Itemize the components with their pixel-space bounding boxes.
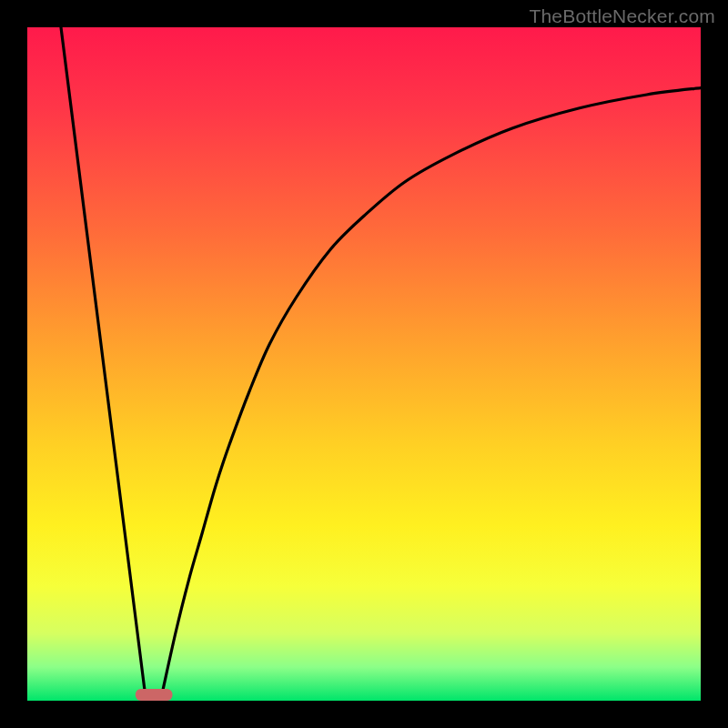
chart-svg <box>27 27 701 701</box>
bottom-marker <box>136 689 173 701</box>
gradient-background <box>27 27 701 701</box>
plot-area <box>27 27 701 701</box>
chart-frame: TheBottleNecker.com <box>0 0 728 728</box>
watermark-text: TheBottleNecker.com <box>529 5 715 27</box>
